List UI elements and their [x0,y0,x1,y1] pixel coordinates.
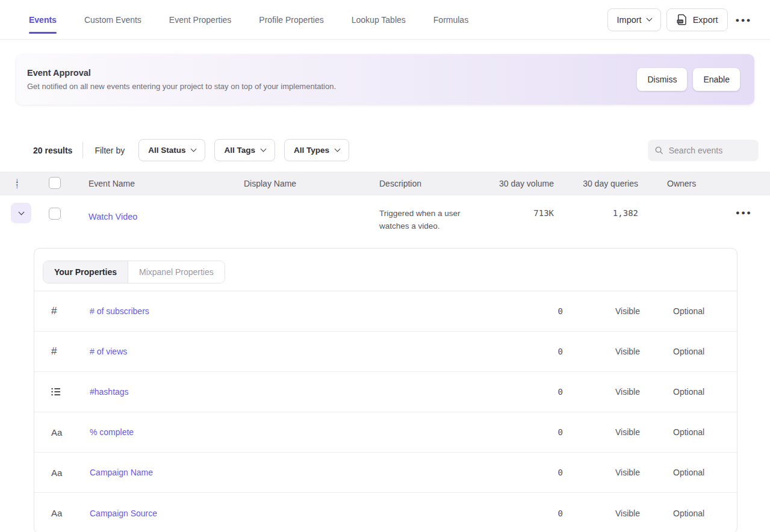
property-requirement: Optional [668,427,737,437]
property-queries: 0 [491,427,563,437]
dismiss-button[interactable]: Dismiss [637,68,687,91]
properties-panel: Your Properties Mixpanel Properties # # … [34,248,737,532]
table-row: Watch Video Triggered when a user watche… [0,196,770,248]
collapse-row-button[interactable] [11,203,31,223]
property-visibility: Visible [563,509,668,518]
property-requirement: Optional [668,347,737,356]
svg-text:csv: csv [678,20,683,23]
csv-file-icon: csv [676,14,688,25]
tab-formulas[interactable]: Formulas [433,13,468,27]
hash-icon: # [34,305,90,317]
property-row: Aa % complete 0 Visible Optional [34,412,737,453]
events-table-header: ↓ ↑ Event Name Display Name Description … [0,172,770,196]
hash-icon: # [34,345,90,357]
text-icon: Aa [34,468,90,478]
tab-your-properties[interactable]: Your Properties [43,261,128,283]
property-name-link[interactable]: # of subscribers [90,306,149,316]
column-header-event-name: Event Name [63,179,233,188]
tab-custom-events[interactable]: Custom Events [84,13,141,27]
row-more-icon[interactable]: ●●● [733,205,754,220]
banner-description: Get notified on all new events entering … [27,82,336,91]
types-filter-label: All Types [294,146,329,155]
property-requirement: Optional [668,387,737,397]
event-approval-banner: Event Approval Get notified on all new e… [16,54,754,105]
status-filter-label: All Status [148,146,185,155]
property-queries: 0 [491,347,563,356]
queries-cell: 1,382 [554,203,638,218]
column-header-queries: 30 day queries [554,179,638,188]
property-name-link[interactable]: # of views [90,347,127,356]
property-visibility: Visible [563,468,668,477]
chevron-down-icon [261,146,267,152]
types-filter-dropdown[interactable]: All Types [284,139,349,161]
property-row: # # of subscribers 0 Visible Optional [34,291,737,332]
enable-button[interactable]: Enable [693,68,740,91]
property-visibility: Visible [563,347,668,356]
column-header-owners: Owners [638,179,716,188]
filter-by-label: Filter by [95,146,125,155]
tab-events[interactable]: Events [29,13,57,27]
filter-bar: 20 results Filter by All Status All Tags… [0,139,770,161]
search-input[interactable] [669,146,751,155]
column-header-volume: 30 day volume [482,179,554,188]
tab-event-properties[interactable]: Event Properties [169,13,232,27]
results-count: 20 results [33,146,72,155]
column-header-description: Description [368,179,482,188]
volume-cell: 713K [482,203,554,218]
tags-filter-dropdown[interactable]: All Tags [214,139,275,161]
description-cell: Triggered when a user watches a video. [368,203,482,232]
status-filter-dropdown[interactable]: All Status [138,139,205,161]
list-icon [34,388,90,396]
chevron-down-icon [18,209,24,215]
properties-tab-switcher: Your Properties Mixpanel Properties [43,261,225,283]
chevron-down-icon [335,146,341,152]
property-name-link[interactable]: Campaign Name [90,468,153,477]
divider [82,142,83,158]
row-checkbox[interactable] [49,208,61,220]
property-requirement: Optional [668,509,737,518]
property-name-link[interactable]: Campaign Source [90,509,157,518]
property-queries: 0 [491,387,563,397]
nav-tabs: Events Custom Events Event Properties Pr… [29,13,468,27]
column-header-display-name: Display Name [233,179,368,188]
chevron-down-icon [191,146,197,152]
property-row: #hashtags 0 Visible Optional [34,372,737,412]
property-requirement: Optional [668,468,737,477]
import-button-label: Import [617,15,642,25]
property-name-link[interactable]: #hashtags [90,387,129,397]
property-name-link[interactable]: % complete [90,427,134,437]
property-visibility: Visible [563,387,668,397]
tab-profile-properties[interactable]: Profile Properties [259,13,323,27]
collapse-all-icon[interactable]: ↓ ↑ [0,177,34,190]
property-queries: 0 [491,468,563,477]
property-queries: 0 [491,509,563,518]
search-icon [655,146,663,155]
event-name-link[interactable]: Watch Video [63,203,137,221]
property-row: # # of views 0 Visible Optional [34,332,737,372]
toolbar-more-icon[interactable]: ●●● [733,13,754,27]
property-visibility: Visible [563,306,668,316]
property-visibility: Visible [563,427,668,437]
property-queries: 0 [491,306,563,316]
select-all-checkbox[interactable] [49,177,61,189]
property-requirement: Optional [668,306,737,316]
search-events-box[interactable] [648,140,759,161]
tags-filter-label: All Tags [224,146,255,155]
text-icon: Aa [34,427,90,438]
property-row: Aa Campaign Name 0 Visible Optional [34,453,737,493]
import-button[interactable]: Import [607,8,661,31]
tab-mixpanel-properties[interactable]: Mixpanel Properties [128,261,225,283]
chevron-down-icon [646,16,652,22]
tab-lookup-tables[interactable]: Lookup Tables [352,13,406,27]
banner-title: Event Approval [27,68,336,78]
text-icon: Aa [34,508,90,518]
top-navigation: Events Custom Events Event Properties Pr… [0,0,770,40]
property-row: Aa Campaign Source 0 Visible Optional [34,493,737,532]
export-button[interactable]: csv Export [666,8,728,31]
export-button-label: Export [693,15,718,25]
